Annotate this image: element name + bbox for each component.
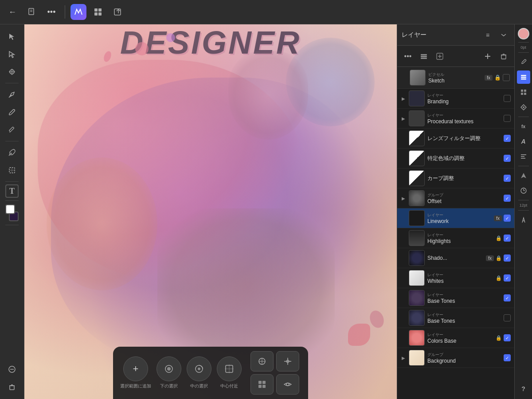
crosshair-button[interactable] [276, 351, 299, 372]
offset-arrow[interactable]: ▶ [401, 196, 406, 201]
linework-fx-button[interactable]: fx [494, 215, 502, 221]
layer-branding[interactable]: ▶ レイヤー Branding [397, 89, 514, 109]
whites-checkbox[interactable] [504, 274, 511, 282]
color-picker-button[interactable] [518, 28, 529, 39]
back-button[interactable]: ← [4, 4, 20, 20]
grid-button[interactable] [90, 4, 106, 20]
sketch-lock-icon: 🔒 [494, 74, 501, 81]
base-tones-1-checkbox[interactable] [504, 294, 511, 301]
transform-tool[interactable] [4, 63, 20, 80]
layers-more-button[interactable]: ••• [401, 49, 415, 63]
base-tones-1-info: レイヤー Base Tones [427, 292, 501, 304]
color-range-checkbox[interactable] [504, 155, 511, 162]
layer-lens-filter[interactable]: レンズフィルター調整 [397, 129, 514, 149]
layer-color-range[interactable]: 特定色域の調整 [397, 149, 514, 168]
layers-adjust-button[interactable] [433, 49, 447, 63]
eyedropper-tool[interactable] [4, 144, 20, 161]
left-toolbar: T [0, 24, 24, 399]
colors-base-thumb [409, 330, 425, 346]
svg-rect-48 [501, 55, 506, 59]
panel-title: レイヤー [402, 31, 478, 39]
center-snap-button[interactable]: 中心付近 [217, 356, 242, 389]
more-button[interactable]: ••• [43, 4, 59, 20]
color-range-info: 特定色域の調整 [427, 155, 501, 162]
fx-panel-button[interactable]: fx [517, 120, 530, 133]
svg-rect-52 [521, 77, 526, 78]
grid-panel-button[interactable] [517, 86, 530, 99]
layer-offset[interactable]: ▶ グループ Offset [397, 188, 514, 208]
panel-expand-button[interactable] [497, 29, 510, 41]
layers-delete-button[interactable] [497, 49, 511, 63]
eye-button[interactable] [276, 374, 299, 395]
highlights-checkbox[interactable] [504, 235, 511, 242]
help-button[interactable]: ? [517, 382, 530, 395]
colors-base-checkbox[interactable] [504, 334, 511, 341]
sketch-sublabel: ピクセル [428, 72, 482, 78]
layer-whites[interactable]: レイヤー Whites 🔒 [397, 268, 514, 288]
tool-separator-3 [5, 181, 19, 182]
base-tones-2-info: レイヤー Base Tones [427, 312, 501, 324]
layer-base-tones-1[interactable]: レイヤー Base Tones [397, 288, 514, 308]
crop-tool[interactable] [4, 162, 20, 179]
curves-checkbox[interactable] [504, 175, 511, 182]
layer-curves[interactable]: カーブ調整 [397, 168, 514, 188]
pencil-tool[interactable] [4, 121, 20, 138]
linework-checkbox[interactable] [504, 215, 511, 222]
brush-tool[interactable] [4, 104, 20, 121]
colors-base-lock-icon: 🔒 [496, 335, 502, 341]
select-below-button[interactable]: 下の選択 [156, 356, 181, 389]
layers-stack-button[interactable] [417, 49, 431, 63]
text-tool[interactable]: T [5, 184, 19, 198]
navigate-panel-button[interactable] [517, 169, 530, 182]
procedural-checkbox[interactable] [504, 115, 511, 122]
color-swatches[interactable] [4, 204, 20, 221]
layer-shadows[interactable]: Shado... fx 🔒 [397, 248, 514, 268]
align-panel-button[interactable] [517, 150, 530, 163]
artwork-title: DESIGNER [24, 24, 397, 59]
highlights-thumb [409, 230, 425, 246]
layers-add-button[interactable] [481, 49, 495, 63]
minus-button[interactable] [4, 361, 20, 378]
svg-rect-39 [258, 385, 262, 388]
base-tones-2-checkbox[interactable] [504, 314, 511, 321]
background-checkbox[interactable] [504, 354, 511, 361]
layer-linework[interactable]: レイヤー Linework fx [397, 208, 514, 228]
branding-checkbox[interactable] [504, 95, 511, 102]
brush-panel-button[interactable] [517, 55, 530, 69]
layer-procedural[interactable]: ▶ レイヤー Procedural textures [397, 109, 514, 129]
sketch-fx-button[interactable]: fx [485, 75, 493, 81]
canvas-area[interactable]: DESIGNER [24, 24, 397, 399]
panel-menu-button[interactable]: ≡ [481, 29, 494, 41]
layers-panel-button[interactable] [517, 70, 530, 84]
grid-view-button[interactable] [250, 374, 274, 395]
layer-colors-base[interactable]: レイヤー Colors Base 🔒 [397, 328, 514, 348]
history-panel-button[interactable] [517, 184, 530, 197]
sketch-visibility-checkbox[interactable] [503, 74, 510, 81]
document-button[interactable] [24, 4, 40, 20]
lens-checkbox[interactable] [504, 135, 511, 142]
pen-tool[interactable] [4, 86, 20, 103]
main-area: T DESIGNER [0, 24, 532, 399]
transform-panel-button[interactable] [517, 101, 530, 114]
procedural-arrow[interactable]: ▶ [401, 116, 406, 121]
add-selection-button[interactable]: + 選択範囲に追加 [120, 356, 151, 389]
layer-background[interactable]: ▶ グループ Background [397, 348, 514, 368]
node-select-tool[interactable] [4, 46, 20, 63]
character-panel-button[interactable] [517, 213, 530, 227]
branding-arrow[interactable]: ▶ [401, 96, 406, 101]
shadows-checkbox[interactable] [504, 254, 511, 262]
select-middle-button[interactable]: 中の選択 [187, 356, 211, 389]
whites-thumb [409, 270, 425, 286]
typography-panel-button[interactable]: A [517, 135, 530, 148]
layer-base-tones-2[interactable]: レイヤー Base Tones [397, 308, 514, 328]
sketch-thumb [410, 70, 426, 86]
background-arrow[interactable]: ▶ [401, 355, 406, 360]
delete-button[interactable] [4, 379, 20, 395]
offset-checkbox[interactable] [504, 195, 511, 202]
layer-highlights[interactable]: レイヤー Highlights 🔒 [397, 228, 514, 248]
shadows-fx-button[interactable]: fx [486, 255, 494, 261]
select-tool[interactable] [4, 28, 20, 45]
background-controls [504, 354, 511, 361]
export-button[interactable] [110, 4, 125, 20]
target-button[interactable] [250, 351, 274, 372]
